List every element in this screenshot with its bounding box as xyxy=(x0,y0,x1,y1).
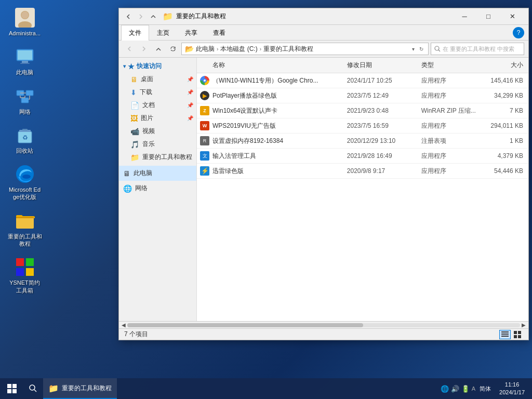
explorer-window: 📁 重要的工具和教程 ─ □ ✕ 文件 主页 共享 查看 ? xyxy=(118,8,529,340)
sidebar-network-label: 网络 xyxy=(135,184,148,193)
table-row[interactable]: ⚡ 迅雷绿色版 2020/9/8 9:17 应用程序 54,446 KB xyxy=(197,164,528,179)
column-date-header[interactable]: 修改日期 xyxy=(347,61,421,70)
path-refresh-icon[interactable]: ↻ xyxy=(418,45,425,52)
videos-icon: 📹 xyxy=(130,127,139,136)
sidebar-item-desktop[interactable]: 🖥 桌面 📌 xyxy=(119,73,196,86)
network-label: 网络 xyxy=(19,108,31,115)
desktop-icon-recycle[interactable]: ♻ 回收站 xyxy=(5,123,44,156)
scroll-left-arrow[interactable]: ◀ xyxy=(120,322,127,329)
svg-rect-34 xyxy=(514,331,517,334)
sidebar-item-this-pc[interactable]: 🖥 此电脑 xyxy=(119,166,196,181)
sidebar-item-important[interactable]: 📁 重要的工具和教程 xyxy=(119,151,196,164)
column-size-header[interactable]: 大小 xyxy=(477,61,528,70)
status-bar: 7 个项目 xyxy=(119,328,528,340)
pin-icon-4: 📌 xyxy=(187,115,193,121)
taskbar-right: 🌐 🔊 🔋 A 简体 11:16 2024/1/17 xyxy=(441,381,532,397)
network-sidebar-icon: 🌐 xyxy=(123,184,132,193)
recycle-desktop-icon: ♻ xyxy=(15,125,35,145)
table-row[interactable]: ▶ PotPlayer播放器绿色版 2023/7/5 12:49 应用程序 34… xyxy=(197,88,528,103)
ribbon: 文件 主页 共享 查看 ? xyxy=(119,25,528,41)
desktop-icon-this-pc[interactable]: 此电脑 xyxy=(5,44,44,78)
horizontal-scrollbar[interactable]: ◀ ▶ xyxy=(119,321,528,328)
sidebar-item-network[interactable]: 🌐 网络 xyxy=(119,181,196,196)
file-type-icon: R xyxy=(197,136,212,145)
pin-icon-3: 📌 xyxy=(187,102,193,108)
grid-view-button[interactable] xyxy=(512,330,523,339)
file-type: 注册表项 xyxy=(421,137,477,145)
svg-rect-36 xyxy=(514,335,517,338)
table-row[interactable]: R 设置虚拟内存8192-16384 2020/12/29 13:10 注册表项… xyxy=(197,134,528,149)
file-size: 4,379 KB xyxy=(477,152,528,159)
address-bar: 📂 此电脑 › 本地磁盘 (C:) › 重要的工具和教程 ▾ ↻ 在 重要的工具… xyxy=(119,41,528,58)
ribbon-tab-view[interactable]: 查看 xyxy=(205,25,233,41)
file-rows-container: （WIN10-WIN11专用）Google Chro... 2024/1/17 … xyxy=(197,73,528,179)
scrollbar-thumb[interactable] xyxy=(127,323,363,327)
svg-rect-37 xyxy=(518,335,521,338)
sidebar-item-pictures[interactable]: 🖼 图片 📌 xyxy=(119,112,196,125)
sidebar-item-music[interactable]: 🎵 音乐 xyxy=(119,138,196,151)
forward-button[interactable] xyxy=(138,43,150,55)
path-sep-1: › xyxy=(217,46,218,52)
network-tray-icon[interactable]: 🌐 xyxy=(441,385,449,393)
file-type: 应用程序 xyxy=(421,91,477,100)
table-row[interactable]: Z Win10x64设置默认声卡 2021/9/23 0:48 WinRAR Z… xyxy=(197,103,528,118)
tray-ime-indicator[interactable]: A xyxy=(472,385,475,392)
title-forward-icon[interactable] xyxy=(136,11,146,22)
back-button[interactable] xyxy=(123,43,136,55)
details-view-button[interactable] xyxy=(499,330,511,339)
column-type-header[interactable]: 类型 xyxy=(421,61,477,70)
ribbon-tab-file[interactable]: 文件 xyxy=(121,25,149,41)
svg-rect-24 xyxy=(16,217,34,218)
table-row[interactable]: （WIN10-WIN11专用）Google Chro... 2024/1/17 … xyxy=(197,73,528,88)
path-dropdown-icon[interactable]: ▾ xyxy=(409,45,417,52)
star-icon: ★ xyxy=(128,62,135,71)
ribbon-tab-share[interactable]: 共享 xyxy=(177,25,205,41)
table-row[interactable]: W WPS2019VIU无广告版 2023/7/5 16:59 应用程序 294… xyxy=(197,118,528,134)
desktop-icon-network[interactable]: 网络 xyxy=(5,84,44,117)
quick-access-chevron: ▾ xyxy=(123,63,126,69)
sidebar-item-videos[interactable]: 📹 视频 xyxy=(119,125,196,138)
important-folder-label: 重要的工具和教程 xyxy=(7,233,42,248)
desktop-icon-important-folder[interactable]: 重要的工具和教程 xyxy=(5,208,44,250)
desktop-folder-icon: 🖥 xyxy=(130,75,138,84)
svg-rect-7 xyxy=(20,63,30,64)
sidebar-item-downloads[interactable]: ⬇ 下载 📌 xyxy=(119,86,196,99)
taskbar-clock[interactable]: 11:16 2024/1/17 xyxy=(495,381,529,397)
taskbar-lang[interactable]: 简体 xyxy=(477,385,493,393)
file-name: Win10x64设置默认声卡 xyxy=(212,107,347,115)
address-path[interactable]: 📂 此电脑 › 本地磁盘 (C:) › 重要的工具和教程 ▾ ↻ xyxy=(181,43,429,55)
start-button[interactable] xyxy=(0,378,23,399)
refresh-button[interactable] xyxy=(167,43,179,55)
file-size: 1 KB xyxy=(477,137,528,144)
up-button[interactable] xyxy=(152,43,165,55)
file-name: （WIN10-WIN11专用）Google Chro... xyxy=(212,76,347,85)
svg-rect-32 xyxy=(501,334,509,335)
desktop-icon-ysnet[interactable]: YSNET简约工具箱 xyxy=(5,255,44,296)
close-button[interactable]: ✕ xyxy=(500,8,524,25)
taskbar-explorer-item[interactable]: 📁 重要的工具和教程 xyxy=(43,378,117,399)
battery-tray-icon[interactable]: 🔋 xyxy=(461,385,470,393)
taskbar-tray: 🌐 🔊 🔋 A xyxy=(441,385,475,393)
ribbon-tab-home[interactable]: 主页 xyxy=(149,25,177,41)
title-up-icon[interactable] xyxy=(148,11,158,22)
file-type: 应用程序 xyxy=(421,122,477,130)
search-box[interactable]: 在 重要的工具和教程 中搜索 xyxy=(431,43,524,55)
maximize-button[interactable]: □ xyxy=(476,8,500,25)
help-button[interactable]: ? xyxy=(513,27,524,38)
file-list: 名称 修改日期 类型 大小 （WIN10-WIN11专用）Google Chro… xyxy=(197,58,528,321)
scroll-right-arrow[interactable]: ▶ xyxy=(520,322,527,329)
title-back-icon[interactable] xyxy=(123,11,134,22)
sidebar-item-documents[interactable]: 📄 文档 📌 xyxy=(119,99,196,112)
title-bar-nav-icons xyxy=(123,11,158,22)
desktop-icon-edge[interactable]: Microsoft Edge优化版 xyxy=(5,162,44,203)
table-row[interactable]: 文 输入法管理工具 2021/9/28 16:49 应用程序 4,379 KB xyxy=(197,149,528,164)
minimize-button[interactable]: ─ xyxy=(453,8,476,25)
file-date: 2023/7/5 12:49 xyxy=(347,92,421,99)
column-name-header[interactable]: 名称 xyxy=(197,61,347,70)
sidebar-quick-access-header[interactable]: ▾ ★ 快速访问 xyxy=(119,60,196,73)
desktop-icon-admin[interactable]: Administra... xyxy=(5,5,44,39)
scrollbar-track[interactable] xyxy=(127,323,520,327)
svg-rect-40 xyxy=(7,389,11,393)
volume-tray-icon[interactable]: 🔊 xyxy=(451,385,459,393)
taskbar-search-button[interactable] xyxy=(23,378,43,399)
